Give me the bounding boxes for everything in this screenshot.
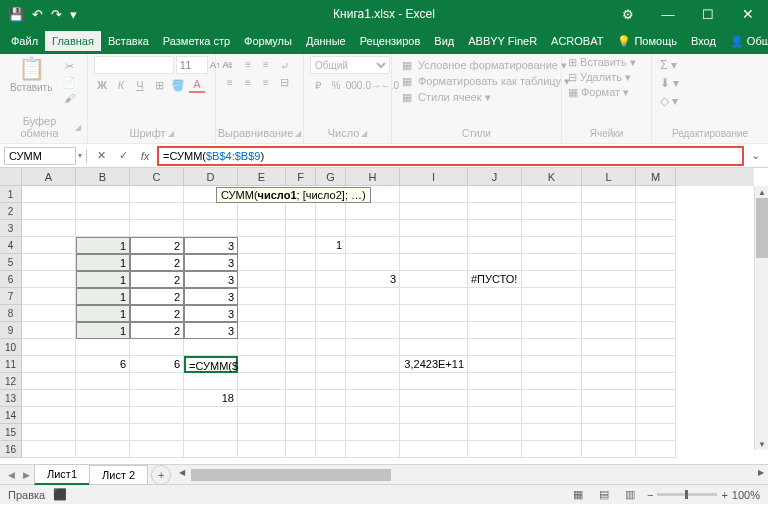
scroll-down-icon[interactable]: ▼ <box>755 438 768 450</box>
tab-layout[interactable]: Разметка стр <box>156 31 237 51</box>
cell-I3[interactable] <box>400 220 468 237</box>
cell-B11[interactable]: 6 <box>76 356 130 373</box>
row-header-15[interactable]: 15 <box>0 424 22 441</box>
cell-C16[interactable] <box>130 441 184 458</box>
cell-A2[interactable] <box>22 203 76 220</box>
cell-E15[interactable] <box>238 424 286 441</box>
cell-J2[interactable] <box>468 203 522 220</box>
worksheet-grid[interactable]: ABCDEFGHIJKLM 12345678910111213141516 12… <box>0 168 768 464</box>
cell-J5[interactable] <box>468 254 522 271</box>
cell-F3[interactable] <box>286 220 316 237</box>
cell-E8[interactable] <box>238 305 286 322</box>
cell-J16[interactable] <box>468 441 522 458</box>
column-headers[interactable]: ABCDEFGHIJKLM <box>22 168 754 186</box>
cell-C4[interactable]: 2 <box>130 237 184 254</box>
cell-E2[interactable] <box>238 203 286 220</box>
increase-decimal-button[interactable]: .0→ <box>364 77 380 93</box>
clear-button[interactable]: ◇ ▾ <box>660 94 679 108</box>
cell-L4[interactable] <box>582 237 636 254</box>
cell-E7[interactable] <box>238 288 286 305</box>
cell-G13[interactable] <box>316 390 346 407</box>
cell-B10[interactable] <box>76 339 130 356</box>
cell-A13[interactable] <box>22 390 76 407</box>
cell-J12[interactable] <box>468 373 522 390</box>
format-cells-button[interactable]: ▦Формат ▾ <box>568 86 636 99</box>
add-sheet-button[interactable]: + <box>151 465 171 485</box>
cell-L12[interactable] <box>582 373 636 390</box>
fill-button[interactable]: ⬇ ▾ <box>660 76 679 90</box>
cell-D10[interactable] <box>184 339 238 356</box>
cell-L14[interactable] <box>582 407 636 424</box>
ribbon-options-icon[interactable]: ⚙ <box>608 0 648 28</box>
cell-I12[interactable] <box>400 373 468 390</box>
cell-M2[interactable] <box>636 203 676 220</box>
cell-C1[interactable] <box>130 186 184 203</box>
cell-B3[interactable] <box>76 220 130 237</box>
cell-I16[interactable] <box>400 441 468 458</box>
cell-H13[interactable] <box>346 390 400 407</box>
cell-B7[interactable]: 1 <box>76 288 130 305</box>
cell-C3[interactable] <box>130 220 184 237</box>
help-button[interactable]: 💡Помощь <box>610 31 684 52</box>
cell-D4[interactable]: 3 <box>184 237 238 254</box>
cell-B2[interactable] <box>76 203 130 220</box>
login-button[interactable]: Вход <box>684 31 723 51</box>
cell-F9[interactable] <box>286 322 316 339</box>
cell-K2[interactable] <box>522 203 582 220</box>
cell-A9[interactable] <box>22 322 76 339</box>
cell-I6[interactable] <box>400 271 468 288</box>
cell-A1[interactable] <box>22 186 76 203</box>
row-header-8[interactable]: 8 <box>0 305 22 322</box>
autosum-button[interactable]: Σ ▾ <box>660 58 679 72</box>
cell-A12[interactable] <box>22 373 76 390</box>
qat-dropdown-icon[interactable]: ▾ <box>70 7 77 22</box>
cell-M3[interactable] <box>636 220 676 237</box>
vertical-scrollbar[interactable]: ▲ ▼ <box>754 186 768 450</box>
cell-A16[interactable] <box>22 441 76 458</box>
cell-F2[interactable] <box>286 203 316 220</box>
cell-E5[interactable] <box>238 254 286 271</box>
cell-L6[interactable] <box>582 271 636 288</box>
cell-G7[interactable] <box>316 288 346 305</box>
col-header-L[interactable]: L <box>582 168 636 186</box>
cell-E16[interactable] <box>238 441 286 458</box>
col-header-C[interactable]: C <box>130 168 184 186</box>
tab-view[interactable]: Вид <box>427 31 461 51</box>
cell-D3[interactable] <box>184 220 238 237</box>
cell-C6[interactable]: 2 <box>130 271 184 288</box>
font-color-button[interactable]: A <box>189 77 205 93</box>
cell-H5[interactable] <box>346 254 400 271</box>
col-header-K[interactable]: K <box>522 168 582 186</box>
cell-J10[interactable] <box>468 339 522 356</box>
cell-A11[interactable] <box>22 356 76 373</box>
cell-D13[interactable]: 18 <box>184 390 238 407</box>
cell-F12[interactable] <box>286 373 316 390</box>
cell-K12[interactable] <box>522 373 582 390</box>
cell-K13[interactable] <box>522 390 582 407</box>
close-button[interactable]: ✕ <box>728 0 768 28</box>
row-header-5[interactable]: 5 <box>0 254 22 271</box>
format-painter-button[interactable]: 🖌 <box>62 92 76 104</box>
cell-M13[interactable] <box>636 390 676 407</box>
cell-E14[interactable] <box>238 407 286 424</box>
cell-I11[interactable]: 3,2423E+11 <box>400 356 468 373</box>
cell-C11[interactable]: 6 <box>130 356 184 373</box>
cell-M6[interactable] <box>636 271 676 288</box>
cell-I8[interactable] <box>400 305 468 322</box>
cell-A10[interactable] <box>22 339 76 356</box>
page-layout-view-button[interactable]: ▤ <box>595 487 613 503</box>
horizontal-scrollbar[interactable]: ◀ ▶ <box>179 468 764 482</box>
formula-input[interactable]: =СУММ($B$4:$B$9) <box>157 146 744 166</box>
cell-G14[interactable] <box>316 407 346 424</box>
cell-F7[interactable] <box>286 288 316 305</box>
cell-B14[interactable] <box>76 407 130 424</box>
col-header-E[interactable]: E <box>238 168 286 186</box>
col-header-M[interactable]: M <box>636 168 676 186</box>
cell-M14[interactable] <box>636 407 676 424</box>
row-header-16[interactable]: 16 <box>0 441 22 458</box>
cell-K11[interactable] <box>522 356 582 373</box>
share-button[interactable]: 👤Общий доступ <box>723 31 768 52</box>
tab-abbyy[interactable]: ABBYY FineR <box>461 31 544 51</box>
percent-button[interactable]: % <box>328 77 344 93</box>
cell-J15[interactable] <box>468 424 522 441</box>
